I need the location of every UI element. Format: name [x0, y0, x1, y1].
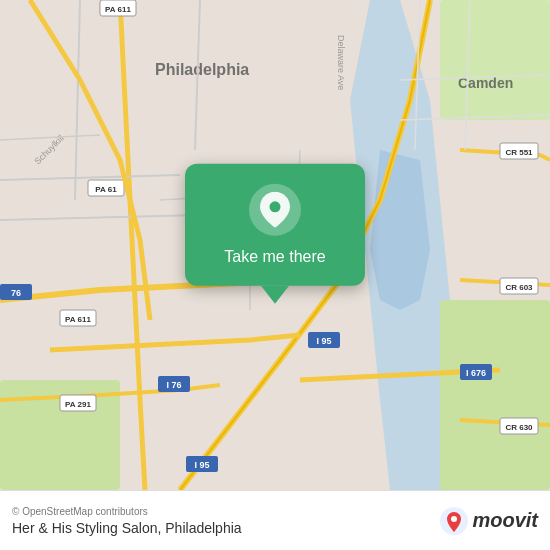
popup-card: Take me there	[185, 164, 365, 286]
svg-rect-3	[440, 0, 550, 120]
footer-left: © OpenStreetMap contributors Her & His S…	[12, 506, 242, 536]
svg-point-44	[270, 201, 281, 212]
attribution-text: © OpenStreetMap contributors	[12, 506, 242, 517]
take-me-there-button[interactable]: Take me there	[224, 248, 325, 266]
svg-text:CR 630: CR 630	[505, 423, 533, 432]
location-pin-icon	[249, 184, 301, 236]
svg-text:I 95: I 95	[316, 336, 331, 346]
location-popup: Take me there	[185, 164, 365, 304]
svg-text:I 676: I 676	[466, 368, 486, 378]
svg-text:I 95: I 95	[194, 460, 209, 470]
map-container: I 676 I 95 I 95 76 PA 611 PA 61 PA 611 P…	[0, 0, 550, 490]
svg-rect-2	[440, 300, 550, 490]
location-name: Her & His Styling Salon, Philadelphia	[12, 520, 242, 536]
moovit-logo: moovit	[440, 507, 538, 535]
svg-text:PA 611: PA 611	[65, 315, 91, 324]
svg-text:PA 61: PA 61	[95, 185, 117, 194]
svg-text:CR 603: CR 603	[505, 283, 533, 292]
svg-text:PA 291: PA 291	[65, 400, 91, 409]
footer-bar: © OpenStreetMap contributors Her & His S…	[0, 490, 550, 550]
svg-text:I 76: I 76	[166, 380, 181, 390]
svg-text:Philadelphia: Philadelphia	[155, 61, 249, 78]
popup-triangle	[261, 286, 289, 304]
svg-point-46	[451, 516, 457, 522]
svg-text:CR 551: CR 551	[505, 148, 533, 157]
svg-text:Delaware Ave: Delaware Ave	[336, 35, 346, 90]
moovit-brand-text: moovit	[472, 509, 538, 532]
svg-text:PA 611: PA 611	[105, 5, 131, 14]
svg-text:76: 76	[11, 288, 21, 298]
moovit-brand-icon	[440, 507, 468, 535]
